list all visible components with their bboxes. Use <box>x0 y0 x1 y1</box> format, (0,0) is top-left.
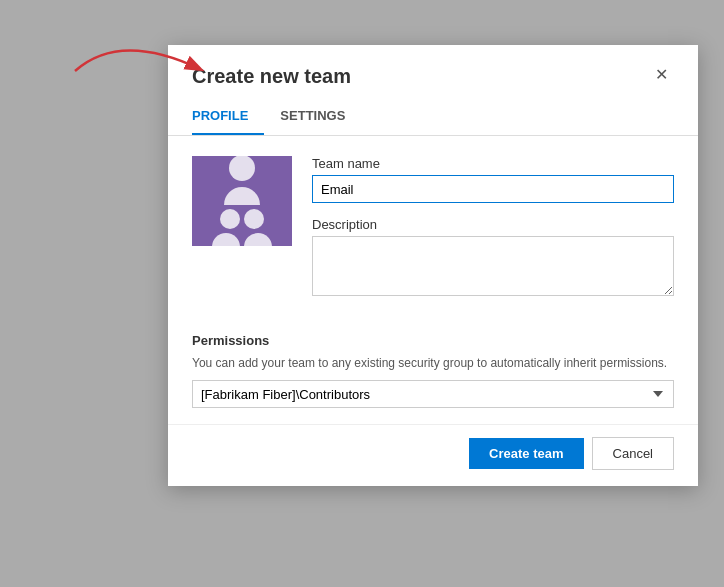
permissions-label: Permissions <box>192 333 674 348</box>
team-name-label: Team name <box>312 156 674 171</box>
team-name-field-group: Team name <box>312 156 674 203</box>
create-team-button[interactable]: Create team <box>469 438 583 469</box>
description-input[interactable] <box>312 236 674 296</box>
person-body-icon <box>224 187 260 205</box>
person-body-sm-icon <box>212 233 240 246</box>
persons-body-row <box>212 233 272 246</box>
tab-settings[interactable]: SETTINGS <box>280 100 361 135</box>
permissions-select[interactable]: [Fabrikam Fiber]\Contributors Readers Ad… <box>192 380 674 408</box>
cancel-button[interactable]: Cancel <box>592 437 674 470</box>
team-image-placeholder <box>192 156 292 246</box>
form-fields: Team name Description <box>312 156 674 313</box>
tab-profile[interactable]: PROFILE <box>192 100 264 135</box>
person-circle-sm-icon-2 <box>244 209 264 229</box>
permissions-section: Permissions You can add your team to any… <box>168 333 698 424</box>
modal-title: Create new team <box>192 65 351 88</box>
permissions-description: You can add your team to any existing se… <box>192 354 674 372</box>
persons-row <box>220 209 264 229</box>
description-label: Description <box>312 217 674 232</box>
person-circle-icon <box>229 156 255 181</box>
create-team-dialog: Create new team ✕ PROFILE SETTINGS <box>168 45 698 486</box>
team-icon <box>212 156 272 246</box>
team-name-input[interactable] <box>312 175 674 203</box>
modal-header: Create new team ✕ <box>168 45 698 100</box>
person-body-sm-icon-2 <box>244 233 272 246</box>
person-circle-sm-icon <box>220 209 240 229</box>
modal-close-button[interactable]: ✕ <box>649 65 674 85</box>
modal-tabs: PROFILE SETTINGS <box>168 100 698 136</box>
description-field-group: Description <box>312 217 674 299</box>
modal-body: Team name Description <box>168 136 698 333</box>
modal-footer: Create team Cancel <box>168 424 698 486</box>
